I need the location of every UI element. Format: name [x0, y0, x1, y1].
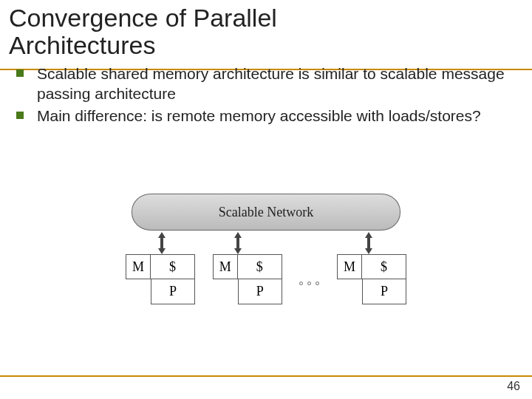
- network-oval: Scalable Network: [132, 194, 400, 231]
- square-bullet-icon: [16, 69, 24, 77]
- cache-cell: $: [151, 254, 195, 279]
- bullet-item: Scalable shared memory architecture is s…: [16, 64, 516, 104]
- memory-cell: M: [213, 254, 238, 279]
- processor-cell: P: [238, 279, 282, 304]
- double-arrow-icon: [233, 232, 243, 254]
- bullet-item: Main difference: is remote memory access…: [16, 106, 516, 126]
- footer-divider: [0, 375, 532, 377]
- square-bullet-icon: [16, 112, 24, 119]
- slide-title: Convergence of Parallel Architectures: [0, 0, 532, 58]
- arrows-row: [132, 232, 400, 254]
- content-area: Scalable shared memory architecture is s…: [16, 64, 516, 127]
- nodes-row: M $ P M $ P M $ P: [126, 254, 406, 304]
- cache-cell: $: [362, 254, 406, 279]
- title-line-2: Architectures: [9, 31, 155, 59]
- network-label: Scalable Network: [219, 205, 313, 220]
- memory-cell: M: [126, 254, 151, 279]
- node-block: M $ P: [213, 254, 282, 304]
- title-line-1: Convergence of Parallel: [9, 4, 277, 32]
- cache-cell: $: [238, 254, 282, 279]
- processor-cell: P: [151, 279, 195, 304]
- bullet-text: Main difference: is remote memory access…: [37, 106, 481, 126]
- node-block: M $ P: [337, 254, 406, 304]
- slide-number: 46: [507, 380, 520, 393]
- double-arrow-icon: [157, 232, 167, 254]
- memory-cell: M: [337, 254, 362, 279]
- ellipsis-icon: [299, 282, 319, 285]
- node-block: M $ P: [126, 254, 195, 304]
- architecture-diagram: Scalable Network M $ P M $ P: [126, 194, 406, 304]
- bullet-text: Scalable shared memory architecture is s…: [37, 64, 516, 104]
- double-arrow-icon: [364, 232, 374, 254]
- processor-cell: P: [362, 279, 406, 304]
